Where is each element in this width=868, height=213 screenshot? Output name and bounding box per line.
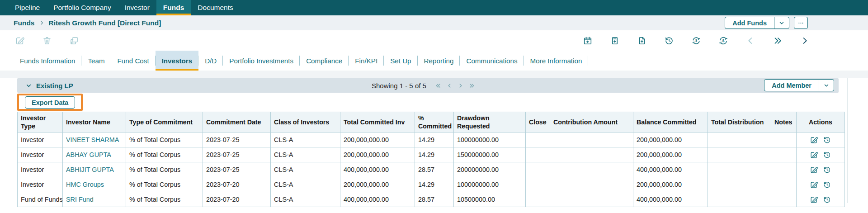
cell-type-of-commitment: % of Total Corpus	[126, 147, 203, 162]
cell-investor-name[interactable]: ABHAY GUPTA	[63, 147, 126, 162]
document-add-button[interactable]	[637, 35, 647, 46]
nav-item-portfolio-company[interactable]: Portfolio Company	[47, 0, 118, 15]
tab-team[interactable]: Team	[81, 51, 111, 71]
existing-lp-header: Existing LP Showing 1 - 5 of 5 Add Membe…	[17, 78, 839, 93]
cell-balance-committed: 400,000,000.00	[633, 162, 708, 177]
row-edit-button[interactable]	[809, 180, 819, 190]
tab-portfolio-investments[interactable]: Portfolio Investments	[223, 51, 300, 71]
table-header-row: Investor TypeInvestor NameType of Commit…	[18, 112, 845, 133]
add-member-button[interactable]: Add Member	[764, 80, 819, 91]
tab-fund-cost[interactable]: Fund Cost	[111, 51, 156, 71]
double-chevron-right-button[interactable]	[772, 35, 783, 46]
top-nav: PipelinePortfolio CompanyInvestorFundsDo…	[0, 0, 868, 15]
export-data-button[interactable]: Export Data	[25, 96, 75, 109]
column-header-total-committed-inv: Total Committed Inv	[340, 112, 415, 133]
chevron-down-icon	[823, 82, 830, 89]
calculator-add-button[interactable]	[609, 35, 620, 46]
row-edit-button[interactable]	[809, 135, 819, 145]
cell-investor-name[interactable]: SRI Fund	[63, 192, 126, 207]
cell-committed: 14.29	[415, 133, 454, 147]
existing-lp-title: Existing LP	[36, 82, 73, 90]
row-history-button[interactable]	[822, 135, 832, 145]
tab-communications[interactable]: Communications	[460, 51, 524, 71]
breadcrumb-funds-link[interactable]: Funds	[14, 19, 35, 27]
tab-compliance[interactable]: Compliance	[300, 51, 349, 71]
cell-commitment-date: 2023-07-20	[203, 192, 271, 207]
row-edit-icon	[810, 151, 818, 159]
tab-reporting[interactable]: Reporting	[418, 51, 460, 71]
cell-balance-committed: 400,000,000.00	[633, 192, 708, 207]
row-edit-button[interactable]	[809, 194, 819, 205]
history-button[interactable]	[664, 35, 675, 46]
cell-notes	[771, 192, 797, 207]
column-header-total-distribution: Total Distribution	[708, 112, 771, 133]
edit-button[interactable]	[14, 35, 25, 46]
tab-more-information[interactable]: More Information	[524, 51, 589, 71]
breadcrumb-separator	[39, 20, 45, 26]
breadcrumb-bar: Funds Ritesh Growth Fund [Direct Fund] A…	[0, 15, 868, 30]
next-page-button[interactable]	[455, 80, 467, 91]
existing-lp-toggle[interactable]: Existing LP	[22, 82, 73, 90]
table-row: InvestorVINEET SHARMA% of Total Corpus20…	[18, 133, 845, 147]
column-header-close: Close	[526, 112, 550, 133]
cell-balance-committed: 200,000,000.00	[633, 147, 708, 162]
row-edit-button[interactable]	[809, 165, 819, 175]
cell-class-of-investors: CLS-A	[271, 147, 340, 162]
row-history-button[interactable]	[822, 150, 832, 160]
tab-funds-information[interactable]: Funds Information	[14, 51, 81, 71]
delete-button[interactable]	[42, 35, 52, 46]
column-header-type-of-commitment: Type of Commitment	[126, 112, 203, 133]
row-history-button[interactable]	[822, 165, 832, 175]
cell-contribution-amount	[550, 133, 633, 147]
more-options-button[interactable]	[794, 17, 808, 29]
nav-item-funds[interactable]: Funds	[156, 0, 191, 15]
calendar-add-button[interactable]	[582, 35, 593, 46]
cell-investor-name[interactable]: HMC Groups	[63, 177, 126, 192]
investors-table: Investor TypeInvestor NameType of Commit…	[17, 112, 845, 207]
calendar-add-icon	[583, 36, 593, 46]
tab-set-up[interactable]: Set Up	[384, 51, 417, 71]
breadcrumb: Funds Ritesh Growth Fund [Direct Fund]	[14, 19, 161, 27]
cell-total-distribution	[708, 177, 771, 192]
cell-commitment-date: 2023-07-25	[203, 147, 271, 162]
cell-close	[526, 162, 550, 177]
cell-investor-name[interactable]: ABHIJIT GUPTA	[63, 162, 126, 177]
chevron-right-button[interactable]	[799, 35, 810, 46]
row-history-button[interactable]	[822, 180, 832, 190]
last-page-button[interactable]	[467, 80, 478, 91]
cell-notes	[771, 133, 797, 147]
currency-sync-button[interactable]: $	[718, 35, 729, 46]
row-history-button[interactable]	[822, 194, 832, 205]
row-history-icon	[823, 136, 831, 144]
cell-total-committed-inv: 400,000,000.00	[340, 162, 415, 177]
row-edit-button[interactable]	[809, 150, 819, 160]
row-edit-icon	[810, 166, 818, 174]
more-options-icon	[797, 19, 805, 27]
tab-fin-kpi[interactable]: Fin/KPI	[349, 51, 384, 71]
prev-page-button[interactable]	[444, 80, 455, 91]
cell-investor-type: Investor	[18, 147, 63, 162]
add-member-dropdown-button[interactable]	[819, 80, 834, 91]
nav-item-investor[interactable]: Investor	[118, 0, 156, 15]
prev-page-icon	[446, 82, 453, 90]
add-funds-button[interactable]: Add Funds	[725, 17, 774, 28]
nav-item-pipeline[interactable]: Pipeline	[8, 0, 47, 15]
table-row: InvestorHMC Groups% of Total Corpus2023-…	[18, 177, 845, 192]
cell-drawdown-requested: 100000000.00	[454, 133, 526, 147]
document-add-icon	[637, 36, 647, 46]
first-page-icon	[434, 82, 442, 90]
cell-close	[526, 177, 550, 192]
cell-notes	[771, 147, 797, 162]
tab-investors[interactable]: Investors	[156, 51, 199, 71]
annotation-highlight-box: Export Data	[17, 94, 83, 111]
cell-type-of-commitment: % of Total Corpus	[126, 162, 203, 177]
duplicate-button[interactable]	[69, 35, 80, 46]
nav-item-documents[interactable]: Documents	[191, 0, 240, 15]
chevron-left-button[interactable]	[745, 35, 756, 46]
add-funds-dropdown-button[interactable]	[774, 17, 789, 28]
row-history-icon	[823, 180, 831, 189]
first-page-button[interactable]	[433, 80, 444, 91]
tab-d-d[interactable]: D/D	[198, 51, 223, 71]
currency-refresh-button[interactable]: $	[691, 35, 702, 46]
cell-investor-name[interactable]: VINEET SHARMA	[63, 133, 126, 147]
